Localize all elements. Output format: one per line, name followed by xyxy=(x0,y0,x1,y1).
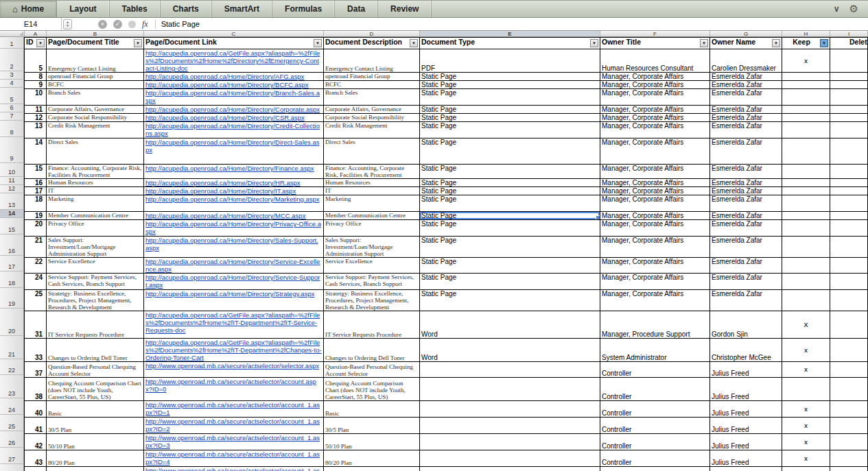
cell-link[interactable]: http://acupedia.openroad.ca/Home/Directo… xyxy=(144,122,324,138)
cell-owner-title[interactable]: Manager, Corporate Affairs xyxy=(600,274,710,290)
document-link[interactable]: http://acupedia.openroad.ca/Home/Directo… xyxy=(145,106,322,113)
document-link[interactable]: http://acupedia.openroad.ca/Home/Directo… xyxy=(145,122,322,137)
cell-owner-title[interactable]: Manager, Corporate Affairs xyxy=(600,290,710,311)
cell-id[interactable]: 8 xyxy=(25,73,47,81)
cell-keep[interactable] xyxy=(782,179,830,187)
cell-document-type[interactable]: Static Page xyxy=(420,258,600,274)
cell-keep[interactable] xyxy=(782,73,830,81)
row-header-15[interactable]: 15 xyxy=(0,218,24,234)
cell-owner-name[interactable]: Esmerelda Zafar xyxy=(710,195,782,212)
filter-dropdown-icon[interactable]: ▼ xyxy=(820,39,828,47)
cell-owner-title[interactable]: Manager, Corporate Affairs xyxy=(600,258,710,274)
cell-keep[interactable] xyxy=(782,195,830,212)
cell-link[interactable]: http://acupedia.openroad.ca/Home/Directo… xyxy=(144,73,324,81)
cell-id[interactable]: 18 xyxy=(25,195,47,212)
row-header-18[interactable]: 18 xyxy=(0,271,24,288)
ribbon-tab-layout[interactable]: Layout xyxy=(57,1,109,17)
name-box[interactable]: E14 xyxy=(0,18,62,30)
ribbon-tab-home[interactable]: ⌂Home xyxy=(0,1,57,17)
cell-link[interactable]: http://acupedia.openroad.ca/Home/Directo… xyxy=(144,258,324,274)
cell-owner-title[interactable]: Controller xyxy=(600,434,710,450)
cell-description[interactable]: Marketing xyxy=(324,195,420,212)
cell-document-type[interactable]: PDF xyxy=(420,49,600,73)
row-header-17[interactable]: 17 xyxy=(0,256,24,271)
cell-description[interactable]: 30/5 Plan xyxy=(324,418,420,434)
cell-owner-title[interactable]: Manager, Corporate Affairs xyxy=(600,114,710,122)
cell-delete[interactable] xyxy=(830,114,868,122)
cell-keep[interactable]: x xyxy=(782,362,830,378)
cell-document-type[interactable]: Static Page xyxy=(420,138,600,165)
cell-title[interactable]: Service Excellence xyxy=(47,258,144,274)
cell-delete[interactable] xyxy=(830,195,868,212)
cell-title[interactable]: Sales Support: Investment/Loan/Mortgage … xyxy=(47,237,144,258)
document-link[interactable]: http://acupedia.openroad.ca/Home/Directo… xyxy=(145,165,322,172)
cell-link[interactable]: http://www.openroad.mb.ca/secure/actsele… xyxy=(144,467,324,471)
cell-title[interactable]: Chequing Account Comparison Chart (does … xyxy=(47,378,144,401)
cell-link[interactable]: http://acupedia.openroad.ca/Home/Directo… xyxy=(144,195,324,212)
fx-icon[interactable]: fx xyxy=(142,19,148,29)
row-header-25[interactable]: 25 xyxy=(0,415,24,431)
document-link[interactable]: http://www.openroad.mb.ca/secure/actsele… xyxy=(145,434,322,449)
cell-keep[interactable] xyxy=(782,212,830,220)
cell-title[interactable]: Human Resources xyxy=(47,179,144,187)
cell-id[interactable]: 13 xyxy=(25,122,47,138)
header-cell-C[interactable]: Page/Document Link▼ xyxy=(144,38,324,49)
cell-owner-name[interactable]: Esmerelda Zafar xyxy=(710,187,782,195)
cell-delete[interactable] xyxy=(830,450,868,467)
cell-title[interactable]: BCFC xyxy=(47,81,144,89)
header-cell-F[interactable]: Owner Title▼ xyxy=(600,38,710,49)
cell-owner-title[interactable]: Manager, Procedure Support xyxy=(600,311,710,339)
column-header-F[interactable]: F xyxy=(600,31,710,37)
cell-owner-name[interactable]: Esmerelda Zafar xyxy=(710,165,782,179)
cell-link[interactable]: http://www.openroad.mb.ca/secure/actsele… xyxy=(144,401,324,418)
cancel-icon[interactable]: × xyxy=(98,20,107,29)
row-header-20[interactable]: 20 xyxy=(0,309,24,336)
row-header-6[interactable]: 6 xyxy=(0,104,24,112)
document-link[interactable]: http://acupedia.openroad.ca/GetFile.aspx… xyxy=(145,311,322,334)
row-header-16[interactable]: 16 xyxy=(0,234,24,256)
cell-description[interactable]: IT Service Requests Procedure xyxy=(324,311,420,339)
cell-title[interactable]: Corporate Affairs, Governance xyxy=(47,106,144,114)
cell-description[interactable]: Credit Risk Management xyxy=(324,122,420,138)
cell-description[interactable]: Direct Sales xyxy=(324,138,420,165)
cell-owner-name[interactable]: Julius Freed xyxy=(710,450,782,467)
row-header-28[interactable]: 28 xyxy=(0,464,24,471)
document-link[interactable]: http://acupedia.openroad.ca/Home/Directo… xyxy=(145,237,322,252)
cell-description[interactable]: Corporate Affairs, Governance xyxy=(324,106,420,114)
cell-document-type[interactable]: Static Page xyxy=(420,81,600,89)
header-cell-A[interactable]: ID▼ xyxy=(25,38,47,49)
document-link[interactable]: http://acupedia.openroad.ca/Home/Directo… xyxy=(145,73,322,80)
cell-description[interactable]: Stratetgy: Business Excellence, Procedur… xyxy=(324,290,420,311)
cell-owner-title[interactable]: Controller xyxy=(600,418,710,434)
cell-title[interactable] xyxy=(47,467,144,471)
cell-keep[interactable] xyxy=(782,258,830,274)
cell-document-type[interactable]: Static Page xyxy=(420,122,600,138)
row-header-12[interactable]: 12 xyxy=(0,185,24,193)
ribbon-tab-data[interactable]: Data xyxy=(335,1,378,17)
document-link[interactable]: http://acupedia.openroad.ca/Home/Directo… xyxy=(145,138,322,154)
cell-document-type[interactable]: Static Page xyxy=(420,274,600,290)
cell-link[interactable]: http://acupedia.openroad.ca/Home/Directo… xyxy=(144,179,324,187)
row-header-5[interactable]: 5 xyxy=(0,88,24,104)
cell-keep[interactable]: x xyxy=(782,339,830,362)
cell-keep[interactable] xyxy=(782,81,830,89)
cell-delete[interactable] xyxy=(830,122,868,138)
gear-icon[interactable]: ⚙ xyxy=(849,3,858,15)
formula-input[interactable]: Static Page xyxy=(161,20,200,28)
cell-link[interactable]: http://acupedia.openroad.ca/Home/Directo… xyxy=(144,165,324,179)
cell-title[interactable]: IT Service Requests Procedure xyxy=(47,311,144,339)
header-cell-D[interactable]: Document Description▼ xyxy=(324,38,420,49)
column-header-I[interactable]: I xyxy=(830,31,868,37)
cell-delete[interactable] xyxy=(830,401,868,418)
cell-description[interactable]: Chequing Account Comparison Chart (does … xyxy=(324,378,420,401)
cell-document-type[interactable]: Static Page xyxy=(420,106,600,114)
cell-owner-name[interactable]: Esmerelda Zafar xyxy=(710,138,782,165)
cell-owner-title[interactable]: Manager, Corporate Affairs xyxy=(600,212,710,220)
cell-owner-title[interactable]: Manager, Corporate Affairs xyxy=(600,220,710,237)
cell-document-type[interactable]: Static Page xyxy=(420,89,600,106)
row-header-1[interactable]: 1 xyxy=(0,37,24,49)
cell-title[interactable]: 50/10 Plan xyxy=(47,434,144,450)
cell-title[interactable]: Corporate Social Responsibility xyxy=(47,114,144,122)
filter-dropdown-icon[interactable]: ▼ xyxy=(700,39,708,47)
cell-owner-title[interactable]: Human Resources Consultant xyxy=(600,49,710,73)
